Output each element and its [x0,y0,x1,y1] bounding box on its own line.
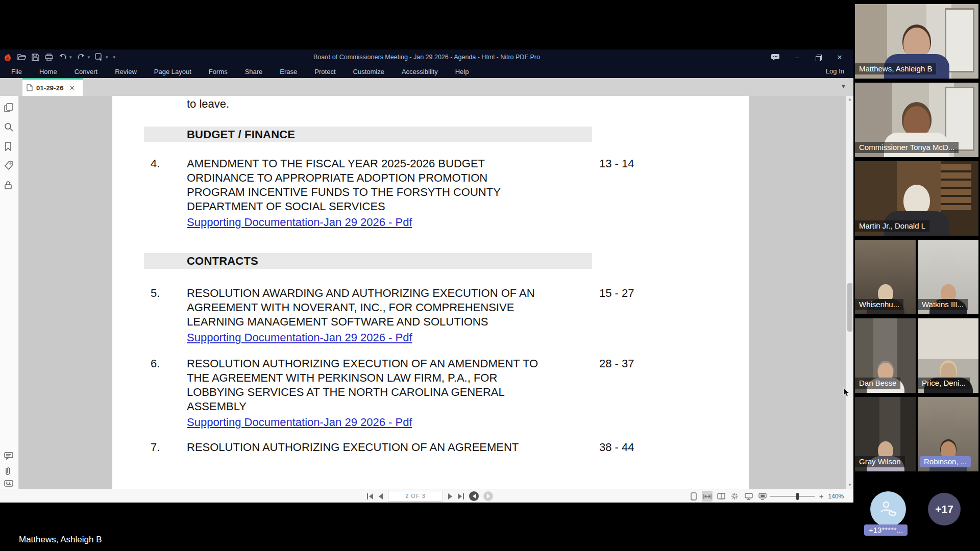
search-panel-icon[interactable] [4,122,15,133]
menu-review[interactable]: Review [115,68,137,76]
view-history-forward-icon[interactable] [483,491,493,501]
supporting-doc-link-wrap: Supporting Documentation-Jan 29 2026 - P… [187,216,544,229]
previous-page-icon[interactable] [378,493,383,499]
video-tile-watkins[interactable]: Watkins III... [918,240,978,314]
single-page-view-icon[interactable] [688,491,699,502]
menu-convert[interactable]: Convert [75,68,98,76]
pdf-page: to leave. BUDGET / FINANCE 4. AMENDMENT … [112,96,749,489]
supporting-documentation-link[interactable]: Supporting Documentation-Jan 29 2026 - P… [187,216,412,229]
supporting-doc-link-wrap: Supporting Documentation-Jan 29 2026 - P… [187,331,544,344]
zoom-level-value: 140% [828,493,847,500]
zoom-out-icon[interactable]: − [761,492,765,500]
item-number: 7. [151,440,187,455]
pages-panel-icon[interactable] [4,103,15,114]
title-bar: ▾ ▾ ▾ ▾ Board of Commissioners Meeting -… [0,49,853,65]
tags-panel-icon[interactable] [4,161,15,172]
page-view-modes [688,491,768,502]
security-panel-icon[interactable] [4,181,15,191]
menu-share[interactable]: Share [245,68,263,76]
participant-name: Watkins III... [918,299,968,310]
audio-participants-row: +13*****... +17 [855,474,978,551]
nitro-pdf-window: ▾ ▾ ▾ ▾ Board of Commissioners Meeting -… [0,49,853,503]
supporting-doc-link-wrap: Supporting Documentation-Jan 29 2026 - P… [187,416,544,429]
participant-name: Commissioner Tonya McD... [855,142,959,153]
video-tile-mcdaniel[interactable]: Commissioner Tonya McD... [855,83,978,157]
item-number: 4. [151,157,187,214]
menu-page-layout[interactable]: Page Layout [154,68,191,76]
feedback-chat-icon[interactable] [766,51,785,65]
video-tile-matthews[interactable]: Matthews, Ashleigh B [855,4,978,79]
menu-customize[interactable]: Customize [353,68,384,76]
view-history-back-icon[interactable] [469,491,479,501]
bookmarks-panel-icon[interactable] [4,142,15,153]
item-page-range: 38 - 44 [544,440,749,455]
agenda-item-6: 6. RESOLUTION AUTHORIZING EXECUTION OF A… [112,357,749,429]
menu-help[interactable]: Help [455,68,469,76]
supporting-documentation-link[interactable]: Supporting Documentation-Jan 29 2026 - P… [187,331,412,344]
vertical-scrollbar[interactable]: ▲ ▼ [846,96,853,489]
minimize-button[interactable]: – [787,51,806,65]
video-tile-price[interactable]: Price, Deni... [918,318,978,393]
menu-forms[interactable]: Forms [209,68,228,76]
scroll-up-icon[interactable]: ▲ [846,96,853,103]
mouse-cursor [843,388,850,399]
comments-panel-icon[interactable] [4,452,15,463]
document-tab[interactable]: 01-29-26 ✕ [22,78,83,96]
participant-name: Gray Wilson [855,456,905,467]
participant-name-highlighted: Robinson, ... [920,456,971,467]
video-tile-pair-2: Dan Besse Price, Deni... [855,318,978,393]
phone-participant-avatar[interactable] [870,491,906,527]
attachments-panel-icon[interactable] [4,466,15,477]
multi-page-view-icon[interactable] [729,491,740,502]
video-tile-besse[interactable]: Dan Besse [855,318,916,393]
agenda-item-5: 5. RESOLUTION AWARDING AND AUTHORIZING E… [112,286,749,344]
menu-home[interactable]: Home [39,68,57,76]
document-tab-label: 01-29-26 [36,84,64,92]
zoom-slider-handle[interactable] [796,493,799,500]
tab-close-icon[interactable]: ✕ [69,84,75,92]
section-heading-budget-finance: BUDGET / FINANCE [144,127,592,142]
item-page-range: 28 - 37 [544,357,749,414]
tab-list-dropdown-icon[interactable]: ▼ [841,83,846,89]
video-tile-robinson[interactable]: Robinson, ... [918,397,978,471]
phone-caller-icon [878,500,898,518]
item-title: RESOLUTION AUTHORIZING EXECUTION OF AN A… [187,440,544,455]
agenda-intro-text: to leave. [187,97,749,111]
log-in-link[interactable]: Log In [826,67,844,75]
supporting-documentation-link[interactable]: Supporting Documentation-Jan 29 2026 - P… [187,416,412,429]
left-panel-rail [0,96,19,489]
video-tile-pair-3: Gray Wilson Robinson, ... [855,397,978,471]
video-tile-martin[interactable]: Martin Jr., Donald L [855,161,978,236]
video-tile-wilson[interactable]: Gray Wilson [855,397,916,471]
page-navigation: 2 OF 3 [366,489,493,503]
menu-accessibility[interactable]: Accessibility [402,68,438,76]
scrollbar-thumb[interactable] [847,283,852,332]
video-tile-whisenhunt[interactable]: Whisenhu... [855,240,916,314]
participant-name: Whisenhu... [855,299,903,310]
screen-share-area: ▾ ▾ ▾ ▾ Board of Commissioners Meeting -… [0,0,853,551]
item-title: AMENDMENT TO THE FISCAL YEAR 2025-2026 B… [187,157,544,214]
zoom-in-icon[interactable]: + [819,492,824,500]
menu-file[interactable]: File [11,68,22,76]
slideshow-view-icon[interactable] [743,491,754,502]
participant-name: Matthews, Ashleigh B [855,63,936,74]
overflow-participants-badge[interactable]: +17 [928,493,961,525]
screen: ▾ ▾ ▾ ▾ Board of Commissioners Meeting -… [0,0,980,551]
fit-width-view-icon[interactable] [702,491,713,502]
participant-name: Price, Deni... [918,378,970,389]
two-page-view-icon[interactable] [716,491,726,502]
next-page-icon[interactable] [448,493,453,499]
menu-erase[interactable]: Erase [280,68,297,76]
page-indicator-field[interactable]: 2 OF 3 [388,491,443,502]
zoom-slider[interactable] [770,496,815,497]
document-icon [27,84,33,91]
menu-protect[interactable]: Protect [314,68,335,76]
document-viewport: to leave. BUDGET / FINANCE 4. AMENDMENT … [0,96,853,489]
last-page-icon[interactable] [457,493,464,499]
first-page-icon[interactable] [366,493,374,499]
item-title: RESOLUTION AUTHORIZING EXECUTION OF AN A… [187,357,544,414]
scroll-down-icon[interactable]: ▼ [846,482,853,489]
window-controls: – ✕ [766,49,849,65]
close-button[interactable]: ✕ [830,51,849,65]
restore-button[interactable] [808,51,828,65]
